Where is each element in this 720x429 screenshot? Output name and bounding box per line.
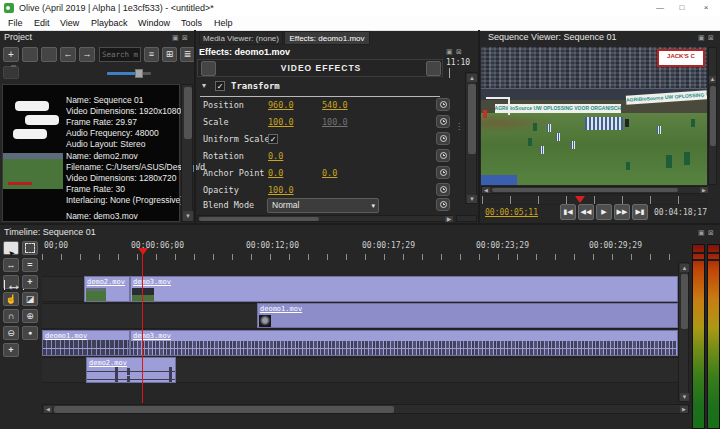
scroll-right-icon[interactable]: ▶ bbox=[700, 187, 708, 193]
viewer-zoom-scrollbar[interactable]: ◀ ▶ bbox=[481, 186, 707, 194]
param-value[interactable]: 100.0 bbox=[268, 117, 294, 127]
pointer-tool-button[interactable]: ➤ bbox=[3, 241, 19, 255]
snapping-toggle-button[interactable]: ∩ bbox=[3, 309, 19, 323]
rolling-tool-button[interactable]: = bbox=[22, 258, 38, 272]
slide-tool-button[interactable]: + bbox=[22, 275, 38, 289]
keyframe-toggle-button[interactable] bbox=[436, 183, 450, 196]
timeline-clip-demo3-audio[interactable]: demo3.mov bbox=[130, 330, 678, 356]
tree-view-button[interactable]: ≡ bbox=[144, 47, 159, 62]
folder-up-button[interactable] bbox=[3, 66, 19, 79]
project-close-icon[interactable]: ⊠ bbox=[182, 33, 188, 43]
param-value[interactable]: 0.0 bbox=[322, 168, 337, 178]
timeline-clip-deomo1-video[interactable]: deomo1.mov bbox=[257, 303, 678, 328]
project-scrollbar[interactable]: ▼ bbox=[181, 84, 193, 222]
timeline-clip-demo2-video[interactable]: demo2.mov bbox=[84, 276, 130, 302]
uniform-scale-checkbox[interactable]: ✓ bbox=[268, 134, 278, 144]
timeline-clip-demo3-video[interactable]: demo3.mov bbox=[130, 276, 678, 302]
go-to-end-button[interactable]: ▶▮ bbox=[632, 204, 648, 220]
open-project-button[interactable] bbox=[41, 47, 57, 62]
scrollbar-handle[interactable] bbox=[54, 406, 394, 413]
media-item-sequence01[interactable]: Name: Sequence 01 Video Dimensions: 1920… bbox=[3, 91, 181, 151]
scrollbar-handle[interactable] bbox=[681, 274, 688, 329]
effect-group-name[interactable]: Transform bbox=[231, 81, 280, 91]
hand-tool-button[interactable]: ☝ bbox=[3, 292, 19, 306]
viewer-vscrollbar[interactable]: ▲ bbox=[708, 47, 717, 185]
edit-tool-button[interactable] bbox=[22, 241, 38, 255]
timeline-clip-deomo1-audio[interactable]: deomo1.mov bbox=[42, 330, 130, 356]
menu-view[interactable]: View bbox=[56, 16, 83, 30]
menu-file[interactable]: File bbox=[4, 16, 27, 30]
blend-mode-dropdown[interactable]: Normal ▾ bbox=[267, 198, 379, 213]
add-button[interactable]: + bbox=[3, 343, 19, 357]
fast-forward-button[interactable]: ▶▶ bbox=[614, 204, 630, 220]
scroll-up-icon[interactable]: ▲ bbox=[709, 76, 716, 83]
title-bar[interactable]: Olive (April 2019 | Alpha | 1e3cf533) - … bbox=[0, 0, 720, 16]
collapse-chevron-icon[interactable]: ▾ bbox=[202, 81, 206, 90]
timeline-close-icon[interactable]: ⊠ bbox=[708, 228, 714, 238]
scrollbar-handle[interactable] bbox=[468, 84, 476, 154]
tab-media-viewer[interactable]: Media Viewer: (none) bbox=[199, 31, 283, 45]
keyframe-toggle-button[interactable] bbox=[436, 98, 450, 111]
record-button[interactable]: ● bbox=[22, 326, 38, 340]
effects-close-icon[interactable]: ⊠ bbox=[456, 47, 462, 57]
viewer-playhead[interactable] bbox=[575, 196, 585, 203]
panel-divider[interactable] bbox=[194, 30, 196, 223]
scroll-up-icon[interactable]: ▲ bbox=[467, 74, 477, 82]
keyframe-toggle-button[interactable] bbox=[436, 149, 450, 162]
panel-divider[interactable] bbox=[0, 223, 720, 225]
play-button[interactable]: ▶ bbox=[596, 204, 612, 220]
effects-hscrollbar[interactable]: ▶ bbox=[197, 215, 453, 222]
maximize-button[interactable]: □ bbox=[672, 1, 692, 15]
transform-enabled-checkbox[interactable]: ✓ bbox=[215, 81, 225, 91]
keyframe-toggle-button[interactable] bbox=[436, 166, 450, 179]
effects-popout-icon[interactable]: ▣ bbox=[446, 47, 453, 57]
close-button[interactable]: × bbox=[696, 1, 716, 15]
ripple-tool-button[interactable]: ↔ bbox=[3, 258, 19, 272]
keyframe-hscrollbar[interactable] bbox=[456, 215, 477, 222]
scrollbar-handle[interactable] bbox=[184, 87, 192, 139]
timeline-popout-icon[interactable]: ▣ bbox=[698, 228, 705, 238]
scroll-up-icon[interactable]: ▲ bbox=[680, 264, 689, 272]
scrollbar-handle[interactable] bbox=[710, 86, 716, 146]
viewer-current-timecode[interactable]: 00:00:05;11 bbox=[485, 208, 538, 217]
menu-edit[interactable]: Edit bbox=[30, 16, 54, 30]
new-project-button[interactable] bbox=[22, 47, 38, 62]
viewer-close-icon[interactable]: ⊠ bbox=[708, 33, 714, 43]
scroll-down-icon[interactable]: ▼ bbox=[467, 195, 477, 203]
next-keyframe-icon[interactable] bbox=[426, 61, 441, 76]
list-view-button[interactable]: ≣ bbox=[180, 47, 195, 62]
zoom-out-tool-button[interactable]: ⊖ bbox=[3, 326, 19, 340]
scroll-left-icon[interactable]: ◀ bbox=[44, 406, 52, 413]
timeline-playhead-marker[interactable] bbox=[138, 248, 148, 255]
scrollbar-handle[interactable] bbox=[492, 188, 678, 192]
param-value[interactable]: 0.0 bbox=[268, 168, 283, 178]
rewind-button[interactable]: ◀◀ bbox=[578, 204, 594, 220]
prev-keyframe-icon[interactable] bbox=[201, 61, 216, 76]
slip-tool-button[interactable]: ↔ bbox=[3, 275, 19, 289]
viewer-ruler[interactable] bbox=[481, 195, 707, 205]
scroll-down-icon[interactable]: ▼ bbox=[680, 393, 689, 401]
param-value[interactable]: 540.0 bbox=[322, 100, 348, 110]
scroll-down-icon[interactable]: ▼ bbox=[183, 211, 193, 221]
scrollbar-handle[interactable] bbox=[199, 217, 319, 221]
redo-button[interactable]: → bbox=[79, 47, 95, 62]
splitter-handle[interactable]: ⋮ bbox=[455, 124, 458, 146]
effects-vscrollbar[interactable]: ▲ ▼ bbox=[465, 72, 477, 204]
keyframe-toggle-button[interactable] bbox=[436, 115, 450, 128]
scroll-right-icon[interactable]: ▶ bbox=[680, 406, 688, 413]
minimize-button[interactable]: — bbox=[650, 1, 670, 15]
video-preview[interactable]: JACK'S C AGRiBioSource UW OPLOSSING VOOR… bbox=[481, 47, 707, 185]
panel-divider[interactable] bbox=[478, 30, 480, 223]
param-value[interactable]: 960.0 bbox=[268, 100, 294, 110]
undo-button[interactable]: ← bbox=[60, 47, 76, 62]
scroll-right-icon[interactable]: ▶ bbox=[445, 216, 453, 222]
tab-effects[interactable]: Effects: deomo1.mov bbox=[284, 31, 370, 45]
timeline-hscrollbar[interactable]: ◀ ▶ bbox=[42, 404, 689, 414]
menu-playback[interactable]: Playback bbox=[87, 16, 132, 30]
keyframe-playhead[interactable] bbox=[449, 68, 450, 78]
icon-view-button[interactable]: ⊞ bbox=[162, 47, 177, 62]
timeline-playhead-line[interactable] bbox=[142, 248, 143, 403]
param-value[interactable]: 0.0 bbox=[268, 151, 283, 161]
go-to-start-button[interactable]: ▮◀ bbox=[560, 204, 576, 220]
transition-tool-button[interactable]: ◪ bbox=[22, 292, 38, 306]
